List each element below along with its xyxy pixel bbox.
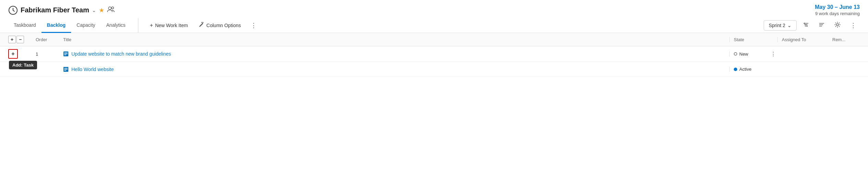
row-order: 1 bbox=[36, 51, 63, 57]
svg-rect-19 bbox=[64, 69, 68, 70]
svg-rect-18 bbox=[64, 68, 68, 69]
col-header-title: Title bbox=[63, 37, 729, 42]
work-item-icon bbox=[63, 67, 69, 72]
nav-bar: Taskboard Backlog Capacity Analytics + N… bbox=[0, 18, 868, 33]
svg-rect-16 bbox=[64, 55, 66, 55]
sprint-chevron-icon: ⌄ bbox=[787, 23, 791, 28]
work-item-icon bbox=[63, 51, 69, 57]
sprint-days: 9 work days remaining bbox=[815, 11, 860, 16]
add-task-button[interactable]: + Add: Task bbox=[8, 49, 18, 59]
state-label: Active bbox=[739, 67, 751, 72]
row-more-button[interactable]: ⋮ bbox=[771, 51, 777, 57]
row-title-text: Update website to match new brand guidel… bbox=[71, 51, 171, 57]
table-header-row: + − Order Title State Assigned To Rem... bbox=[0, 33, 868, 46]
star-icon[interactable]: ★ bbox=[99, 7, 104, 14]
new-work-item-label: New Work Item bbox=[155, 23, 188, 28]
state-dot-new bbox=[734, 52, 737, 56]
plus-icon: + bbox=[150, 22, 153, 28]
team-title: Fabrikam Fiber Team bbox=[21, 6, 89, 14]
expand-buttons: + − bbox=[8, 36, 36, 43]
row-title-text: Hello World website bbox=[71, 67, 114, 72]
filter-button[interactable] bbox=[799, 20, 812, 31]
table-row: + Add: Task 1 Update website to match ne… bbox=[0, 46, 868, 62]
tab-taskboard[interactable]: Taskboard bbox=[8, 18, 42, 33]
svg-rect-15 bbox=[64, 54, 68, 54]
col-header-order: Order bbox=[36, 37, 63, 42]
team-icon bbox=[8, 5, 18, 15]
state-dot-active bbox=[734, 68, 737, 71]
svg-point-1 bbox=[108, 7, 111, 10]
col-header-rem: Rem... bbox=[832, 37, 860, 42]
column-options-button[interactable]: Column Options bbox=[194, 19, 245, 32]
toolbar-more-button[interactable]: ⋮ bbox=[847, 19, 860, 32]
row-title[interactable]: Update website to match new brand guidel… bbox=[63, 51, 729, 57]
add-task-tooltip: Add: Task bbox=[9, 61, 37, 69]
svg-point-2 bbox=[112, 7, 114, 9]
tab-analytics[interactable]: Analytics bbox=[101, 18, 131, 33]
settings-button[interactable] bbox=[831, 20, 844, 31]
table-area: + − Order Title State Assigned To Rem...… bbox=[0, 33, 868, 184]
team-name-area: Fabrikam Fiber Team ⌄ ★ bbox=[8, 5, 115, 15]
row-add-cell: + Add: Task bbox=[8, 49, 36, 59]
column-options-label: Column Options bbox=[206, 23, 241, 28]
svg-rect-14 bbox=[64, 53, 68, 53]
tab-backlog[interactable]: Backlog bbox=[42, 18, 71, 33]
svg-rect-20 bbox=[64, 70, 66, 71]
row-state: New bbox=[729, 51, 771, 57]
chevron-down-icon[interactable]: ⌄ bbox=[92, 8, 96, 13]
new-work-item-button[interactable]: + New Work Item bbox=[145, 20, 193, 31]
nav-tabs: Taskboard Backlog Capacity Analytics bbox=[8, 18, 138, 33]
nav-more-button[interactable]: ⋮ bbox=[247, 19, 260, 32]
sprint-info: May 30 – June 13 9 work days remaining bbox=[815, 4, 860, 16]
top-header: Fabrikam Fiber Team ⌄ ★ May 30 – June 13… bbox=[0, 0, 868, 16]
row-title[interactable]: Hello World website bbox=[63, 67, 729, 72]
col-header-state: State bbox=[729, 37, 771, 42]
row-state: Active bbox=[729, 67, 771, 72]
collapse-all-button[interactable]: − bbox=[16, 36, 24, 43]
sort-button[interactable] bbox=[815, 20, 828, 31]
state-label: New bbox=[739, 51, 748, 57]
team-members-icon[interactable] bbox=[107, 6, 115, 14]
table-row: Hello World website Active bbox=[0, 62, 868, 77]
sprint-selector-label: Sprint 2 bbox=[769, 23, 785, 28]
right-toolbar: Sprint 2 ⌄ bbox=[764, 19, 860, 32]
tab-capacity[interactable]: Capacity bbox=[71, 18, 101, 33]
wrench-icon bbox=[199, 22, 204, 29]
sprint-dates: May 30 – June 13 bbox=[815, 4, 860, 10]
col-header-assigned: Assigned To bbox=[777, 37, 832, 42]
sprint-selector[interactable]: Sprint 2 ⌄ bbox=[764, 20, 797, 31]
nav-actions: + New Work Item Column Options ⋮ bbox=[145, 19, 764, 32]
svg-point-12 bbox=[836, 24, 838, 26]
expand-all-button[interactable]: + bbox=[8, 36, 16, 43]
app-container: Fabrikam Fiber Team ⌄ ★ May 30 – June 13… bbox=[0, 0, 868, 184]
